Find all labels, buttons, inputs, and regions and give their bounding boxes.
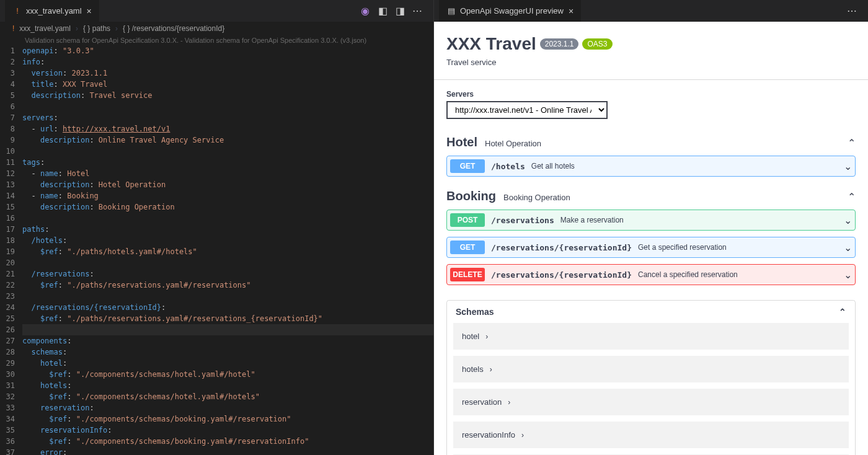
tag-name: Hotel	[446, 135, 477, 149]
schema-name: reservationInfo	[462, 430, 515, 440]
version-badge: 2023.1.1	[540, 38, 579, 50]
editor-tab[interactable]: ! xxx_travel.yaml ×	[5, 0, 99, 22]
swagger-header: XXX Travel 2023.1.1 OAS3 Travel service	[434, 22, 868, 79]
schema-item[interactable]: hotel›	[453, 323, 849, 350]
endpoint-path: /reservations	[491, 216, 554, 225]
schemas-header[interactable]: Schemas ⌃	[447, 301, 855, 323]
oas-badge: OAS3	[582, 38, 612, 50]
breadcrumb-paths: { } paths	[83, 24, 110, 33]
chevron-down-icon: ⌄	[844, 242, 852, 254]
schemas-section: Schemas ⌃ hotel›hotels›reservation›reser…	[446, 300, 856, 455]
chevron-down-icon: ⌄	[844, 161, 852, 172]
editor-tab-actions: ◉ ◧ ◨ ⋯	[359, 5, 428, 17]
chevron-right-icon: ›	[490, 365, 492, 374]
servers-label: Servers	[446, 90, 856, 99]
tag-header[interactable]: BookingBooking Operation⌃	[446, 183, 856, 210]
schema-item[interactable]: reservationInfo›	[453, 422, 849, 448]
http-method: GET	[450, 241, 485, 254]
preview-icon: ▤	[446, 6, 456, 16]
preview-panel: ▤ OpenApi SwaggerUI preview × ⋯ XXX Trav…	[434, 0, 868, 455]
editor-panel: ! xxx_travel.yaml × ◉ ◧ ◨ ⋯ ! xxx_travel…	[0, 0, 434, 455]
endpoint-summary: Get a specified reservation	[638, 243, 727, 252]
tag-desc: Hotel Operation	[485, 139, 541, 148]
schemas-label: Schemas	[456, 307, 494, 317]
http-method: POST	[450, 213, 485, 227]
split-left-icon[interactable]: ◧	[376, 5, 389, 17]
api-description: Travel service	[446, 58, 856, 67]
endpoint-summary: Make a reservation	[560, 216, 624, 224]
api-title-text: XXX Travel	[446, 34, 536, 54]
chevron-up-icon: ⌃	[848, 191, 856, 203]
schema-hint: Validation schema for OpenApi Specificat…	[0, 35, 433, 45]
http-method: DELETE	[450, 268, 485, 281]
endpoint-summary: Cancel a specified reservation	[638, 270, 738, 279]
chevron-down-icon: ⌄	[844, 269, 852, 281]
more-icon[interactable]: ⋯	[411, 5, 423, 17]
breadcrumb[interactable]: ! xxx_travel.yaml › { } paths › { } /res…	[0, 22, 433, 35]
chevron-down-icon: ⌄	[844, 214, 852, 226]
close-icon[interactable]: ×	[87, 6, 92, 16]
swagger-operations: HotelHotel Operation⌃GET/hotelsGet all h…	[434, 129, 868, 291]
server-select[interactable]: http://xxx.travel.net/v1 - Online Travel…	[446, 101, 608, 119]
breadcrumb-node: { } /reservations/{reservationId}	[123, 24, 224, 33]
api-title: XXX Travel 2023.1.1 OAS3	[446, 34, 856, 54]
chevron-right-icon: ›	[76, 24, 78, 33]
servers-block: Servers http://xxx.travel.net/v1 - Onlin…	[434, 79, 868, 129]
line-gutter: 1234567891011121314151617181920212223242…	[0, 45, 22, 455]
chevron-right-icon: ›	[508, 398, 510, 407]
endpoint-path: /reservations/{reservationId}	[491, 270, 632, 280]
schema-name: hotels	[462, 364, 484, 374]
endpoint-summary: Get all hotels	[531, 162, 575, 170]
operation-row[interactable]: GET/reservations/{reservationId}Get a sp…	[446, 237, 856, 258]
http-method: GET	[450, 159, 485, 173]
operation-row[interactable]: DELETE/reservations/{reservationId}Cance…	[446, 264, 856, 285]
split-right-icon[interactable]: ◨	[394, 5, 406, 17]
chevron-right-icon: ›	[115, 24, 118, 33]
chevron-right-icon: ›	[521, 431, 524, 440]
schema-name: hotel	[462, 332, 479, 341]
code-content[interactable]: openapi: "3.0.3"info: version: 2023.1.1 …	[22, 45, 433, 455]
endpoint-path: /hotels	[491, 162, 525, 171]
preview-tab[interactable]: ▤ OpenApi SwaggerUI preview ×	[439, 0, 581, 22]
chevron-up-icon: ⌃	[839, 307, 846, 317]
preview-tabs: ▤ OpenApi SwaggerUI preview × ⋯	[434, 0, 868, 22]
schema-name: reservation	[462, 397, 502, 407]
compass-icon[interactable]: ◉	[359, 5, 371, 17]
preview-tab-label: OpenApi SwaggerUI preview	[460, 6, 564, 15]
schema-item[interactable]: hotels›	[453, 356, 849, 382]
editor-tabs: ! xxx_travel.yaml × ◉ ◧ ◨ ⋯	[0, 0, 433, 22]
editor-tab-label: xxx_travel.yaml	[26, 6, 82, 15]
operation-row[interactable]: POST/reservationsMake a reservation⌄	[446, 210, 856, 231]
yaml-file-icon: !	[12, 6, 22, 16]
tag-name: Booking	[446, 189, 496, 203]
tag-desc: Booking Operation	[503, 193, 570, 202]
chevron-right-icon: ›	[485, 332, 488, 341]
breadcrumb-file: xxx_travel.yaml	[19, 24, 71, 33]
endpoint-path: /reservations/{reservationId}	[491, 243, 632, 252]
operation-row[interactable]: GET/hotelsGet all hotels⌄	[446, 156, 856, 177]
more-icon[interactable]: ⋯	[846, 5, 858, 17]
code-area[interactable]: 1234567891011121314151617181920212223242…	[0, 45, 433, 455]
tag-header[interactable]: HotelHotel Operation⌃	[446, 129, 856, 156]
chevron-up-icon: ⌃	[848, 137, 856, 149]
schema-item[interactable]: reservation›	[453, 389, 849, 415]
close-icon[interactable]: ×	[569, 6, 574, 16]
